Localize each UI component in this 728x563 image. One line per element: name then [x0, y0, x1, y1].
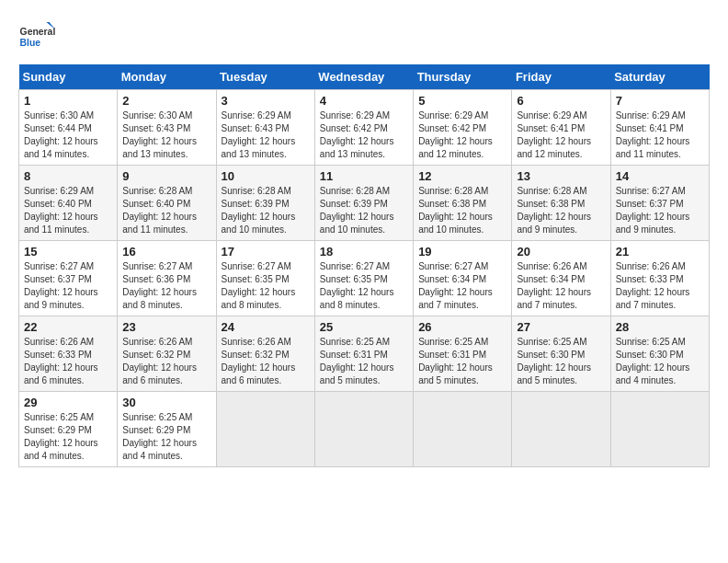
calendar-cell: 25Sunrise: 6:25 AMSunset: 6:31 PMDayligh… — [314, 316, 413, 392]
calendar-cell: 6Sunrise: 6:29 AMSunset: 6:41 PMDaylight… — [512, 90, 610, 166]
calendar-cell: 4Sunrise: 6:29 AMSunset: 6:42 PMDaylight… — [314, 90, 413, 166]
day-number: 2 — [122, 94, 210, 108]
day-info: Sunrise: 6:29 AMSunset: 6:42 PMDaylight:… — [418, 109, 506, 161]
day-number: 16 — [122, 245, 210, 259]
calendar-cell: 1Sunrise: 6:30 AMSunset: 6:44 PMDaylight… — [19, 90, 118, 166]
calendar-cell: 10Sunrise: 6:28 AMSunset: 6:39 PMDayligh… — [216, 166, 314, 241]
day-number: 26 — [418, 320, 506, 334]
day-number: 3 — [222, 94, 310, 108]
col-header-tuesday: Tuesday — [216, 64, 314, 90]
day-number: 5 — [418, 94, 506, 108]
day-info: Sunrise: 6:29 AMSunset: 6:41 PMDaylight:… — [517, 109, 605, 161]
calendar-cell: 26Sunrise: 6:25 AMSunset: 6:31 PMDayligh… — [414, 316, 512, 392]
day-number: 13 — [517, 169, 605, 183]
col-header-wednesday: Wednesday — [314, 64, 413, 90]
day-info: Sunrise: 6:28 AMSunset: 6:39 PMDaylight:… — [222, 185, 310, 236]
calendar-week-5: 29Sunrise: 6:25 AMSunset: 6:29 PMDayligh… — [19, 392, 710, 467]
col-header-thursday: Thursday — [414, 64, 512, 90]
calendar-cell: 21Sunrise: 6:26 AMSunset: 6:33 PMDayligh… — [610, 241, 709, 316]
calendar-cell — [314, 392, 413, 467]
calendar-cell: 23Sunrise: 6:26 AMSunset: 6:32 PMDayligh… — [118, 316, 216, 392]
day-info: Sunrise: 6:27 AMSunset: 6:36 PMDaylight:… — [122, 260, 210, 312]
day-info: Sunrise: 6:28 AMSunset: 6:38 PMDaylight:… — [418, 185, 506, 236]
calendar-week-3: 15Sunrise: 6:27 AMSunset: 6:37 PMDayligh… — [19, 241, 710, 316]
day-info: Sunrise: 6:29 AMSunset: 6:43 PMDaylight:… — [222, 109, 310, 161]
day-info: Sunrise: 6:26 AMSunset: 6:34 PMDaylight:… — [517, 260, 605, 312]
calendar-cell: 24Sunrise: 6:26 AMSunset: 6:32 PMDayligh… — [216, 316, 314, 392]
day-info: Sunrise: 6:29 AMSunset: 6:40 PMDaylight:… — [24, 185, 112, 236]
day-info: Sunrise: 6:30 AMSunset: 6:44 PMDaylight:… — [24, 109, 112, 161]
day-info: Sunrise: 6:26 AMSunset: 6:33 PMDaylight:… — [616, 260, 704, 312]
calendar-header-row: SundayMondayTuesdayWednesdayThursdayFrid… — [19, 64, 710, 90]
calendar-cell: 27Sunrise: 6:25 AMSunset: 6:30 PMDayligh… — [512, 316, 610, 392]
day-info: Sunrise: 6:29 AMSunset: 6:42 PMDaylight:… — [320, 109, 408, 161]
calendar-cell: 16Sunrise: 6:27 AMSunset: 6:36 PMDayligh… — [118, 241, 216, 316]
day-number: 7 — [616, 94, 704, 108]
day-number: 28 — [616, 320, 704, 334]
day-number: 17 — [222, 245, 310, 259]
day-info: Sunrise: 6:28 AMSunset: 6:38 PMDaylight:… — [517, 185, 605, 236]
day-number: 20 — [517, 245, 605, 259]
calendar-cell: 9Sunrise: 6:28 AMSunset: 6:40 PMDaylight… — [118, 166, 216, 241]
calendar-cell — [216, 392, 314, 467]
col-header-saturday: Saturday — [610, 64, 709, 90]
calendar-cell: 2Sunrise: 6:30 AMSunset: 6:43 PMDaylight… — [118, 90, 216, 166]
header: General Blue — [18, 18, 710, 55]
calendar-cell: 22Sunrise: 6:26 AMSunset: 6:33 PMDayligh… — [19, 316, 118, 392]
day-number: 27 — [517, 320, 605, 334]
svg-text:Blue: Blue — [20, 38, 41, 48]
col-header-sunday: Sunday — [19, 64, 118, 90]
day-info: Sunrise: 6:25 AMSunset: 6:29 PMDaylight:… — [122, 411, 210, 463]
day-number: 12 — [418, 169, 506, 183]
calendar-cell: 5Sunrise: 6:29 AMSunset: 6:42 PMDaylight… — [414, 90, 512, 166]
day-info: Sunrise: 6:29 AMSunset: 6:41 PMDaylight:… — [616, 109, 704, 161]
calendar-cell: 15Sunrise: 6:27 AMSunset: 6:37 PMDayligh… — [19, 241, 118, 316]
logo-icon: General Blue — [18, 18, 55, 55]
calendar-cell: 12Sunrise: 6:28 AMSunset: 6:38 PMDayligh… — [414, 166, 512, 241]
day-info: Sunrise: 6:25 AMSunset: 6:30 PMDaylight:… — [517, 336, 605, 387]
day-number: 29 — [24, 396, 112, 409]
calendar-cell: 3Sunrise: 6:29 AMSunset: 6:43 PMDaylight… — [216, 90, 314, 166]
day-info: Sunrise: 6:30 AMSunset: 6:43 PMDaylight:… — [122, 109, 210, 161]
day-number: 25 — [320, 320, 408, 334]
calendar-week-2: 8Sunrise: 6:29 AMSunset: 6:40 PMDaylight… — [19, 166, 710, 241]
day-number: 4 — [320, 94, 408, 108]
calendar-week-1: 1Sunrise: 6:30 AMSunset: 6:44 PMDaylight… — [19, 90, 710, 166]
day-info: Sunrise: 6:28 AMSunset: 6:40 PMDaylight:… — [122, 185, 210, 236]
day-number: 14 — [616, 169, 704, 183]
day-info: Sunrise: 6:27 AMSunset: 6:34 PMDaylight:… — [418, 260, 506, 312]
day-number: 1 — [24, 94, 112, 108]
day-info: Sunrise: 6:27 AMSunset: 6:37 PMDaylight:… — [24, 260, 112, 312]
day-number: 9 — [122, 169, 210, 183]
day-number: 15 — [24, 245, 112, 259]
day-info: Sunrise: 6:27 AMSunset: 6:35 PMDaylight:… — [320, 260, 408, 312]
calendar-week-4: 22Sunrise: 6:26 AMSunset: 6:33 PMDayligh… — [19, 316, 710, 392]
col-header-friday: Friday — [512, 64, 610, 90]
calendar-cell: 28Sunrise: 6:25 AMSunset: 6:30 PMDayligh… — [610, 316, 709, 392]
day-number: 18 — [320, 245, 408, 259]
calendar-cell — [610, 392, 709, 467]
day-number: 24 — [222, 320, 310, 334]
day-number: 19 — [418, 245, 506, 259]
calendar-cell: 17Sunrise: 6:27 AMSunset: 6:35 PMDayligh… — [216, 241, 314, 316]
calendar-table: SundayMondayTuesdayWednesdayThursdayFrid… — [18, 64, 710, 467]
day-info: Sunrise: 6:26 AMSunset: 6:32 PMDaylight:… — [222, 336, 310, 387]
day-info: Sunrise: 6:25 AMSunset: 6:31 PMDaylight:… — [320, 336, 408, 387]
calendar-cell: 19Sunrise: 6:27 AMSunset: 6:34 PMDayligh… — [414, 241, 512, 316]
day-info: Sunrise: 6:25 AMSunset: 6:30 PMDaylight:… — [616, 336, 704, 387]
day-info: Sunrise: 6:25 AMSunset: 6:31 PMDaylight:… — [418, 336, 506, 387]
calendar-cell: 13Sunrise: 6:28 AMSunset: 6:38 PMDayligh… — [512, 166, 610, 241]
calendar-cell — [414, 392, 512, 467]
day-number: 8 — [24, 169, 112, 183]
calendar-cell — [512, 392, 610, 467]
day-info: Sunrise: 6:28 AMSunset: 6:39 PMDaylight:… — [320, 185, 408, 236]
day-number: 23 — [122, 320, 210, 334]
col-header-monday: Monday — [118, 64, 216, 90]
day-number: 10 — [222, 169, 310, 183]
day-number: 30 — [122, 396, 210, 409]
calendar-cell: 11Sunrise: 6:28 AMSunset: 6:39 PMDayligh… — [314, 166, 413, 241]
logo: General Blue — [18, 18, 61, 55]
day-info: Sunrise: 6:26 AMSunset: 6:33 PMDaylight:… — [24, 336, 112, 387]
calendar-cell: 8Sunrise: 6:29 AMSunset: 6:40 PMDaylight… — [19, 166, 118, 241]
day-number: 22 — [24, 320, 112, 334]
